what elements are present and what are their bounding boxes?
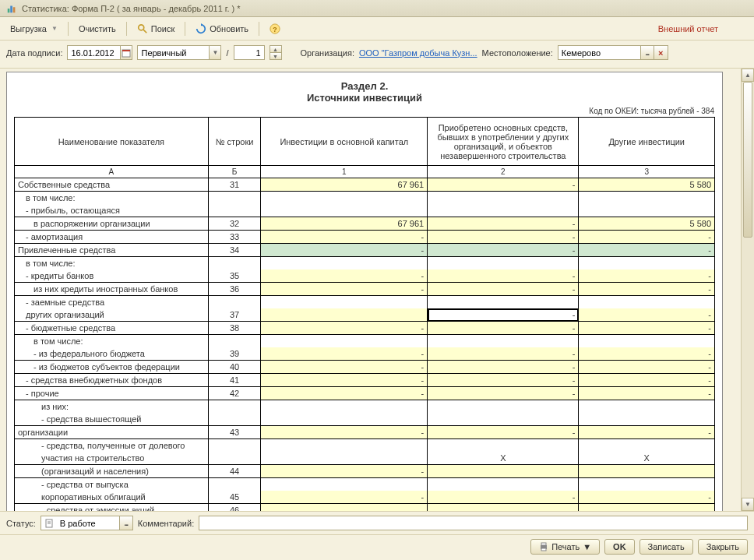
cell-value[interactable] xyxy=(428,204,579,217)
cell-value[interactable]: - xyxy=(579,426,715,439)
cell-value[interactable] xyxy=(579,400,715,414)
clear-button[interactable]: Очистить xyxy=(73,21,122,37)
save-button[interactable]: Записать xyxy=(639,539,693,555)
cell-value[interactable] xyxy=(579,192,715,205)
cell-value[interactable]: - xyxy=(579,387,715,400)
type-field[interactable]: ▼ xyxy=(137,45,221,60)
cell-value[interactable]: - xyxy=(428,322,579,335)
cell-value[interactable] xyxy=(428,296,579,309)
cell-value[interactable]: - xyxy=(579,491,715,504)
cell-value[interactable] xyxy=(428,335,579,348)
cell-value[interactable]: - xyxy=(261,283,428,296)
location-clear-button[interactable]: × xyxy=(654,45,668,60)
cell-value[interactable]: - xyxy=(579,269,715,283)
cell-value[interactable]: - xyxy=(261,322,428,335)
scroll-down-button[interactable]: ▼ xyxy=(742,498,754,511)
cell-value[interactable]: 67 961 xyxy=(261,217,428,231)
cell-value[interactable]: - xyxy=(579,322,715,335)
cell-value[interactable]: - xyxy=(428,491,579,504)
cell-value[interactable]: - xyxy=(261,361,428,374)
cell-value[interactable]: - xyxy=(428,269,579,283)
cell-value[interactable]: - xyxy=(261,269,428,283)
cell-value[interactable] xyxy=(261,413,428,426)
cell-value[interactable] xyxy=(428,192,579,205)
location-field[interactable]: ... × xyxy=(558,45,668,60)
cell-value[interactable]: - xyxy=(261,244,428,257)
cell-value[interactable] xyxy=(579,413,715,426)
cell-value[interactable] xyxy=(261,204,428,217)
ok-button[interactable]: OK xyxy=(604,539,635,555)
scroll-thumb[interactable] xyxy=(743,82,752,238)
calendar-button[interactable] xyxy=(120,45,132,60)
cell-value[interactable] xyxy=(428,257,579,270)
export-button[interactable]: Выгрузка▼ xyxy=(5,21,63,37)
cell-value[interactable]: - xyxy=(579,244,715,257)
cell-value[interactable]: - xyxy=(261,465,428,478)
cell-value[interactable]: - xyxy=(428,361,579,374)
cell-value[interactable]: - xyxy=(428,178,579,192)
cell-value[interactable]: - xyxy=(428,387,579,400)
cell-value[interactable] xyxy=(261,296,428,309)
cell-value[interactable] xyxy=(579,439,715,453)
vertical-scrollbar[interactable]: ▲ ▼ xyxy=(741,69,754,511)
cell-value[interactable] xyxy=(428,478,579,491)
cell-value[interactable]: - xyxy=(428,347,579,361)
cell-value[interactable]: - xyxy=(428,217,579,231)
cell-value[interactable]: - xyxy=(428,283,579,296)
cell-value[interactable] xyxy=(428,439,579,453)
cell-value[interactable] xyxy=(579,335,715,348)
cell-value[interactable]: - xyxy=(428,308,579,322)
type-dropdown-button[interactable]: ▼ xyxy=(209,45,221,60)
status-input[interactable] xyxy=(57,516,119,530)
type-input[interactable] xyxy=(137,45,209,60)
scroll-up-button[interactable]: ▲ xyxy=(742,69,754,82)
cell-value[interactable]: - xyxy=(579,347,715,361)
cell-value[interactable] xyxy=(579,204,715,217)
cell-value[interactable]: - xyxy=(261,491,428,504)
cell-value[interactable] xyxy=(579,257,715,270)
cell-value[interactable]: - xyxy=(579,504,715,512)
date-field[interactable] xyxy=(67,45,132,60)
spinner-down[interactable]: ▼ xyxy=(270,53,281,59)
cell-value[interactable]: - xyxy=(428,374,579,387)
cell-value[interactable]: X xyxy=(428,452,579,465)
search-button[interactable]: Поиск xyxy=(132,20,180,37)
cell-value[interactable] xyxy=(579,296,715,309)
cell-value[interactable] xyxy=(428,465,579,478)
cell-value[interactable]: - xyxy=(261,374,428,387)
num-spinner[interactable]: ▲▼ xyxy=(270,45,282,60)
print-button[interactable]: Печать▼ xyxy=(530,539,600,555)
cell-value[interactable] xyxy=(261,257,428,270)
close-button[interactable]: Закрыть xyxy=(698,539,748,555)
document-scroll[interactable]: Раздел 2. Источники инвестиций Код по ОК… xyxy=(0,69,741,511)
cell-value[interactable] xyxy=(579,478,715,491)
cell-value[interactable]: - xyxy=(428,426,579,439)
cell-value[interactable]: - xyxy=(579,283,715,296)
cell-value[interactable]: - xyxy=(579,231,715,244)
cell-value[interactable]: - xyxy=(261,426,428,439)
cell-value[interactable] xyxy=(261,192,428,205)
location-input[interactable] xyxy=(558,45,640,60)
cell-value[interactable]: - xyxy=(261,347,428,361)
cell-value[interactable] xyxy=(428,413,579,426)
cell-value[interactable]: - xyxy=(261,504,428,512)
cell-value[interactable]: 5 580 xyxy=(579,217,715,231)
cell-value[interactable]: - xyxy=(428,504,579,512)
status-field[interactable]: ... xyxy=(41,516,133,530)
location-choose-button[interactable]: ... xyxy=(640,45,654,60)
cell-value[interactable]: - xyxy=(579,361,715,374)
cell-value[interactable]: 5 580 xyxy=(579,178,715,192)
spinner-up[interactable]: ▲ xyxy=(270,46,281,53)
cell-value[interactable]: - xyxy=(261,231,428,244)
cell-value[interactable]: - xyxy=(579,308,715,322)
refresh-button[interactable]: Обновить xyxy=(190,20,254,37)
cell-value[interactable] xyxy=(261,478,428,491)
cell-value[interactable] xyxy=(261,439,428,453)
comment-input[interactable] xyxy=(199,516,748,530)
cell-value[interactable] xyxy=(261,308,428,322)
cell-value[interactable]: - xyxy=(579,374,715,387)
cell-value[interactable]: 67 961 xyxy=(261,178,428,192)
correction-num-input[interactable] xyxy=(234,45,265,60)
cell-value[interactable] xyxy=(261,335,428,348)
cell-value[interactable] xyxy=(428,400,579,414)
